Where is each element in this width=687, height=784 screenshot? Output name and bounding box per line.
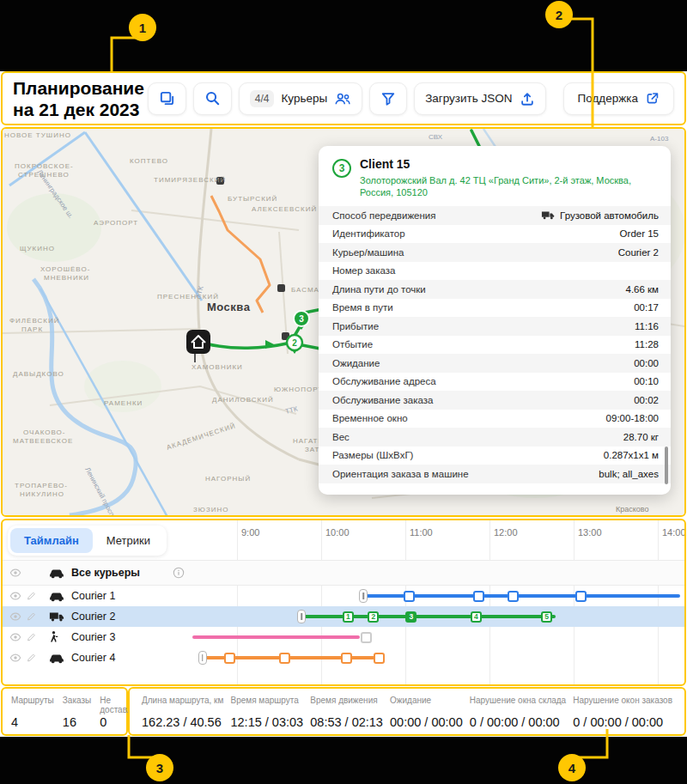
header-section: Планирование на 21 дек 2023 4/4 Курьеры [1,71,686,125]
couriers-count-badge: 4/4 [250,90,275,107]
stat-label: Время маршрута [230,696,303,714]
stop-marker[interactable] [341,653,352,664]
stop-marker-5[interactable]: 5 [541,611,552,623]
svg-text:2: 2 [292,338,297,348]
map-label: КОПТЕВО [130,157,168,165]
toolbar: 4/4 Курьеры Загрузить JSON Поддержка [148,82,674,115]
stop-marker[interactable] [279,653,290,664]
popup-row-label: Длина пути до точки [332,284,625,295]
popup-row-label: Обслуживание адреса [332,376,634,386]
map-label: НИКУЛИНО [20,490,64,498]
couriers-button[interactable]: 4/4 Курьеры [239,82,362,115]
timeline-row-courier-1[interactable]: Courier 1 [3,586,684,606]
timeline-row-все-курьеры[interactable]: Все курьеры [3,560,684,586]
eye-icon[interactable] [9,652,21,664]
timeline-row-courier-2[interactable]: Courier 212345 [3,606,684,627]
search-button[interactable] [193,82,232,115]
route-start-handle[interactable] [297,610,306,623]
map-section[interactable]: 23 НОВОЕ ТУШИНОПОКРОВСКОЕ-СТРЕШНЕВОКОПТЕ… [1,127,686,517]
stop-marker[interactable] [473,591,484,602]
external-link-icon [645,91,660,106]
page-title-line1: Планирование [13,77,144,99]
timeline-section: 9:0010:0011:0012:0013:0014:00 ТаймлайнМе… [1,519,686,686]
map-popup: 3 Client 15 Золоторожский Вал д. 42 ТЦ «… [319,146,671,495]
popup-row-value: 00:10 [634,376,659,386]
eye-icon[interactable] [9,631,21,643]
pencil-icon[interactable] [26,611,37,623]
stat-label: Маршруты [11,696,54,714]
svg-text:3: 3 [299,314,304,324]
timeline-row-courier-3[interactable]: Courier 3 [3,627,684,647]
popup-row: Курьер/машинаCourier 2 [319,243,671,262]
stop-marker[interactable] [361,632,372,643]
stop-marker-1[interactable]: 1 [343,611,354,623]
courier-name: Courier 3 [71,627,115,647]
stop-marker[interactable] [404,591,415,602]
popup-row: Номер заказа [319,262,671,281]
search-icon [204,90,221,106]
tab-timeline[interactable]: Таймлайн [10,528,93,553]
support-label: Поддержка [578,92,638,105]
stop-marker[interactable] [374,653,385,664]
pencil-icon[interactable] [26,653,37,664]
stat-value: 00:00 / 00:00 [390,715,463,729]
route-bar[interactable] [301,615,556,618]
map-label: ТРОПАРЁВО- [15,482,68,489]
route-start-handle[interactable] [198,651,207,665]
pencil-icon[interactable] [26,632,37,643]
pencil-icon[interactable] [26,591,37,602]
stop-marker-4[interactable]: 4 [471,611,482,623]
stat-value: 08:53 / 02:13 [310,715,383,729]
stat-label: Ожидание [390,696,463,714]
stop-marker[interactable] [224,653,235,664]
popup-row-label: Способ передвижения [332,210,541,221]
stat: Нарушение окна склада0 / 00:00 / 00:00 [470,696,566,729]
time-tick: 14:00 [662,527,686,538]
popup-row-value: 0.287x1x1 м [604,450,659,460]
popup-row-label: Размеры (ШхВхГ) [332,450,604,460]
popup-row: Отбытие11:28 [319,336,671,355]
truck-dark-icon [541,210,555,220]
stat-value: 0 / 00:00 / 00:00 [470,715,566,729]
popup-row-label: Временное окно [332,413,606,423]
support-button[interactable]: Поддержка [563,82,674,115]
stat: Нарушение окон заказов0 / 00:00 / 00:00 [573,696,672,729]
popup-row-value: 11:16 [635,321,659,331]
stop-marker-2[interactable]: 2 [368,611,379,623]
route-bar[interactable] [192,635,360,639]
popup-row-label: Идентификатор [332,228,620,239]
popup-row: Длина пути до точки4.66 км [319,280,671,299]
load-json-button[interactable]: Загрузить JSON [414,82,545,115]
popup-row-value: Courier 2 [618,247,659,258]
eye-icon[interactable] [9,590,21,602]
layers-button[interactable] [148,82,186,115]
walk-icon [49,631,58,644]
popup-row-value: 28.70 кг [623,432,659,442]
map-label: ХОРОШЁВО- [40,265,90,273]
timeline-row-courier-4[interactable]: Courier 4 [3,647,684,668]
popup-row: Время в пути00:17 [319,299,671,318]
stat: Маршруты4 [11,696,54,729]
stop-marker-3[interactable]: 3 [405,611,416,623]
map-label: МАТВЕЕВСКОЕ [13,437,73,445]
eye-icon[interactable] [9,611,21,623]
stop-marker[interactable] [508,591,519,602]
popup-scrollbar[interactable] [665,447,668,484]
info-icon[interactable] [173,567,185,579]
courier-name: Courier 4 [71,647,115,668]
eye-icon[interactable] [9,567,21,579]
stop-marker[interactable] [575,591,587,602]
popup-row: Временное окно09:00-18:00 [319,410,671,428]
map-label: ФИЛЁВСКИЙ [9,317,59,325]
top-black-band [0,0,687,71]
popup-row-value: 09:00-18:00 [606,413,659,423]
tab-metrics[interactable]: Метрики [93,528,164,553]
stat-value: 0 / 00:00 / 00:00 [573,715,672,729]
popup-header: 3 Client 15 Золоторожский Вал д. 42 ТЦ «… [319,146,671,204]
route-start-handle[interactable] [359,589,368,603]
popup-row-label: Отбытие [332,339,635,349]
filter-button[interactable] [369,82,407,115]
stat: Время движения08:53 / 02:13 [310,696,383,729]
courier-name: Courier 2 [71,606,115,627]
stat-label: Длина маршрута, км [142,696,223,714]
